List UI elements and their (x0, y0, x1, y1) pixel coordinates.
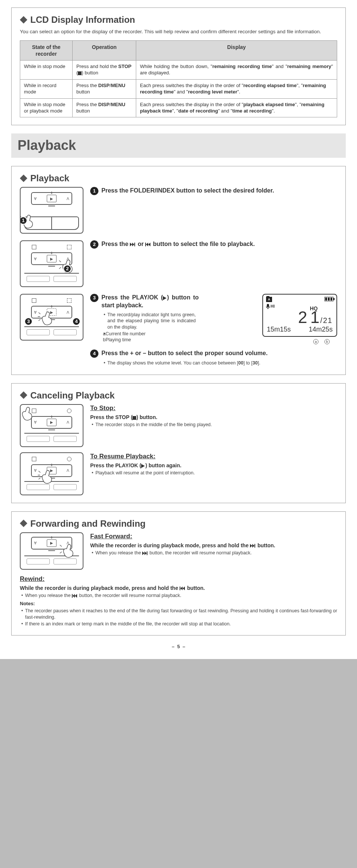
section-title: Forwarding and Rewinding (30, 518, 146, 529)
cell-state: While in stop mode or playback mode (20, 98, 73, 117)
prev-icon (180, 587, 186, 591)
section-title: LCD Display Information (30, 14, 135, 25)
cell-operation: Press the DISP/MENU button (73, 98, 136, 117)
col-header-display: Display (136, 40, 337, 60)
fast-forward-block: + ꓯ ▶ ꓥ — Fast Forward: While the record… (20, 532, 337, 570)
battery-icon (324, 297, 333, 301)
device-illustration: + ꓯ ▶ ꓥ — 1 (20, 187, 83, 234)
callout-4: 4 (72, 317, 80, 326)
stop-icon (78, 71, 82, 75)
lcd-display-info-section: LCD Display Information You can select a… (11, 7, 346, 125)
cell-display: While holding the button down, "remainin… (136, 61, 337, 80)
play-icon (141, 464, 145, 468)
section-intro: You can select an option for the display… (20, 28, 337, 35)
col-header-state: State of the recorder (20, 40, 73, 60)
device-illustration: + ꓯ ▶ ꓥ — (20, 404, 83, 447)
section-title: Playback (30, 172, 69, 184)
playback-section: Playback + ꓯ ▶ ꓥ — 1 1 Pres (11, 166, 346, 375)
section-title: Canceling Playback (30, 390, 115, 401)
step-text: Press the or button to select the file t… (101, 240, 337, 248)
bullet: Playback will resume at the point of int… (92, 470, 337, 476)
table-row: While in record mode Press the DISP/MENU… (20, 79, 337, 98)
next-icon (130, 243, 136, 247)
diamond-icon (20, 16, 27, 24)
step-number: 2 (90, 240, 98, 249)
step-1: + ꓯ ▶ ꓥ — 1 1 Press the FOLDER/INDEX but… (20, 187, 337, 234)
diamond-icon (20, 391, 27, 399)
device-illustration: + ꓯ ▶ ꓥ — (20, 452, 83, 495)
device-illustration: + ꓯ ▶ ꓥ — (20, 532, 83, 570)
sub-heading: Fast Forward: (90, 532, 337, 541)
display-info-table: State of the recorder Operation Display … (20, 40, 337, 118)
step-number: 1 (90, 187, 98, 195)
note-item: If there is an index mark or temp mark i… (21, 621, 337, 627)
action-line: While the recorder is during playback mo… (90, 542, 337, 549)
prev-icon (145, 243, 151, 247)
step-bullet: The display shows the volume level. You … (104, 360, 337, 366)
action-line: Press the PLAY/OK () button again. (90, 462, 337, 469)
step-4: 4 Press the + or – button to select the … (20, 350, 337, 367)
step-number: 4 (90, 350, 98, 358)
bullet: The recorder stops in the middle of the … (92, 422, 337, 428)
mic-level: HI (271, 304, 275, 309)
elapsed-time: 15m15s (267, 325, 291, 334)
callout-label-b: b (324, 339, 330, 344)
device-illustration: + ꓯ ▶ ꓥ — 2 (20, 240, 83, 287)
diamond-icon (20, 520, 27, 527)
cell-state: While in record mode (20, 79, 73, 98)
forwarding-rewinding-section: Forwarding and Rewinding + ꓯ ▶ ꓥ — Fast … (11, 511, 346, 635)
lcd-preview: A HI HQ 2 1/2 1 15m15s 14m25s a b (262, 294, 337, 337)
to-resume-block: + ꓯ ▶ ꓥ — To Resume Playback: Press the … (20, 452, 337, 495)
folder-badge: A (266, 297, 272, 302)
banner-title: Playback (18, 137, 339, 154)
cell-operation: Press and hold the STOP () button (73, 61, 136, 80)
step-bullet: The record/play indicator light turns gr… (104, 312, 196, 330)
callout-label-a: a (313, 339, 318, 344)
page-number: 5 (177, 644, 180, 649)
action-line: Press the STOP () button. (90, 414, 337, 421)
step-number: 3 (90, 294, 98, 302)
playback-banner: Playback (11, 133, 346, 158)
cell-display: Each press switches the display in the o… (136, 79, 337, 98)
action-line: While the recorder is during playback mo… (20, 585, 337, 591)
to-stop-block: + ꓯ ▶ ꓥ — To Stop: Press the STOP () but… (20, 404, 337, 447)
col-header-operation: Operation (73, 40, 136, 60)
file-counter: 2 1/2 1 (298, 307, 331, 328)
notes-label: Notes: (20, 601, 337, 607)
page-footer: – 5 – (11, 644, 346, 650)
note-item: The recorder pauses when it reaches to t… (21, 608, 337, 620)
step-label-b: Playing time (106, 337, 131, 342)
step-text: Press the PLAY/OK () button to start pla… (101, 294, 199, 310)
stop-icon (132, 416, 136, 420)
device-illustration: + ꓯ ▶ ꓥ — 3 4 (20, 294, 83, 341)
label-circle-b: b (103, 337, 106, 342)
step-text: Press the + or – button to select the pr… (101, 350, 337, 357)
sub-heading: To Resume Playback: (90, 452, 337, 461)
step-label-a: Current file number (106, 331, 146, 336)
cell-display: Each press switches the display in the o… (136, 98, 337, 117)
bullet: When you release the button, the recorde… (92, 550, 337, 556)
bullet: When you release the button, the recorde… (21, 592, 337, 598)
next-icon (142, 551, 148, 555)
mic-icon (266, 304, 270, 309)
play-icon (163, 296, 167, 300)
cell-operation: Press the DISP/MENU button (73, 79, 136, 98)
step-3: + ꓯ ▶ ꓥ — 3 4 A HI HQ (20, 294, 337, 343)
sub-heading: Rewind: (20, 575, 337, 583)
prev-icon (72, 594, 78, 598)
canceling-playback-section: Canceling Playback + ꓯ ▶ ꓥ — To Stop: Pr… (11, 383, 346, 503)
callout-3: 3 (24, 317, 33, 326)
step-text: Press the FOLDER/INDEX button to select … (101, 187, 337, 195)
next-icon (250, 544, 256, 548)
step-2: + ꓯ ▶ ꓥ — 2 2 Press the or button to sel… (20, 240, 337, 287)
rewind-block: Rewind: While the recorder is during pla… (20, 575, 337, 627)
diamond-icon (20, 175, 27, 182)
sub-heading: To Stop: (90, 404, 337, 412)
table-row: While in stop mode or playback mode Pres… (20, 98, 337, 117)
table-row: While in stop mode Press and hold the ST… (20, 61, 337, 80)
remaining-time: 14m25s (309, 325, 333, 334)
cell-state: While in stop mode (20, 61, 73, 80)
